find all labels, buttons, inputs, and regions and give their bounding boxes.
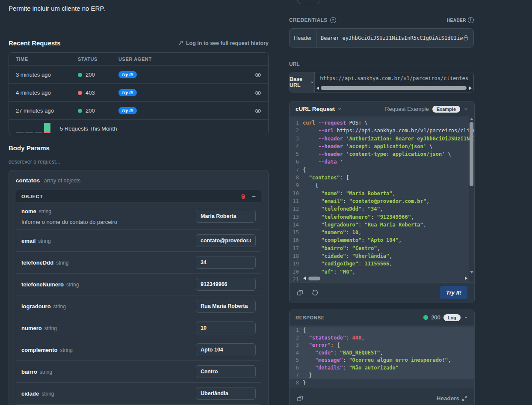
headers-link[interactable]: Headers bbox=[437, 395, 467, 402]
copy-icon[interactable] bbox=[296, 289, 304, 296]
trash-icon[interactable] bbox=[240, 194, 246, 200]
auth-token-input[interactable]: Bearer eyJhbGciOiJSUzI1NiIsInR5cCIgOiAiS… bbox=[316, 29, 463, 47]
code-token: "message" bbox=[315, 357, 343, 364]
key-icon bbox=[178, 40, 183, 46]
requests-summary-row: 5 Requests This Month bbox=[9, 119, 268, 135]
code-token: https://api.sankhya.com.br/v1/parceiros/… bbox=[337, 127, 474, 134]
code-token: "numero" bbox=[321, 229, 346, 236]
object-header: OBJECT − bbox=[16, 190, 261, 203]
line-number: 17 bbox=[290, 244, 299, 252]
code-token: } bbox=[303, 372, 312, 379]
line-number: 8 bbox=[290, 379, 299, 387]
eye-icon[interactable] bbox=[254, 89, 261, 96]
url-horizontal-scrollbar[interactable] bbox=[316, 85, 472, 91]
request-status: 200 bbox=[78, 107, 118, 114]
language-button-partial[interactable] bbox=[297, 0, 320, 4]
param-name: cidade bbox=[21, 390, 39, 397]
code-line: 5 "message": "Ocorreu algum erro inesper… bbox=[290, 357, 474, 364]
status-code: 200 bbox=[86, 71, 95, 78]
scroll-left-icon[interactable] bbox=[316, 86, 319, 90]
log-pill[interactable]: Log bbox=[443, 314, 461, 321]
try-it-button[interactable]: Try It! bbox=[440, 286, 467, 299]
collapse-icon[interactable]: − bbox=[252, 193, 256, 200]
credentials-label: CREDENTIALS ? bbox=[289, 17, 336, 23]
cidade-field[interactable] bbox=[196, 387, 256, 400]
nome-field[interactable] bbox=[196, 210, 256, 223]
numero-field[interactable] bbox=[196, 322, 256, 334]
code-line: 17 "bairro": "Centro", bbox=[290, 244, 474, 252]
request-agent: Try It! bbox=[118, 71, 268, 78]
scroll-left-icon[interactable] bbox=[303, 277, 306, 280]
param-name: numero bbox=[21, 325, 42, 331]
code-line: 7 } bbox=[290, 372, 474, 379]
param-description: Informe o nome do contato do parceiro bbox=[21, 219, 196, 225]
code-horizontal-scrollbar[interactable] bbox=[303, 276, 467, 281]
code-token: --header bbox=[318, 135, 346, 143]
scroll-up-icon bbox=[470, 118, 473, 120]
scroll-right-icon[interactable] bbox=[469, 86, 472, 90]
code-token: "Uberlândia" bbox=[352, 252, 390, 260]
code-token bbox=[303, 334, 309, 342]
curl-code-block: 1curl --request POST \2 --url https://ap… bbox=[290, 116, 474, 282]
bairro-field[interactable] bbox=[196, 365, 256, 378]
param-type: string bbox=[44, 325, 57, 331]
code-token: { bbox=[303, 166, 306, 174]
code-token: { bbox=[303, 182, 318, 189]
telefoneDdd-field[interactable] bbox=[196, 256, 256, 269]
object-label: OBJECT bbox=[21, 194, 43, 199]
copy-icon[interactable] bbox=[296, 395, 304, 402]
response-header: RESPONSE 200 Log bbox=[290, 310, 474, 325]
request-time: 4 minutes ago bbox=[9, 89, 78, 96]
request-time: 3 minutes ago bbox=[9, 71, 78, 78]
code-token: 10 bbox=[352, 229, 358, 236]
code-token bbox=[303, 244, 321, 252]
chevron-down-icon[interactable] bbox=[464, 315, 468, 320]
code-token: : bbox=[346, 244, 352, 252]
login-link[interactable]: Log in to see full request history bbox=[178, 40, 269, 46]
example-pill[interactable]: Example bbox=[432, 106, 460, 113]
code-token: "logradouro" bbox=[321, 221, 358, 229]
eye-icon[interactable] bbox=[254, 107, 261, 114]
code-token: 'Authorization: Bearer eyJhbGciOiJSUzI1N… bbox=[346, 135, 474, 143]
scrollbar-thumb[interactable] bbox=[308, 277, 320, 280]
line-number: 7 bbox=[290, 166, 299, 174]
code-token: "34" bbox=[368, 205, 380, 213]
logradouro-field[interactable] bbox=[196, 300, 256, 313]
code-token: --url bbox=[318, 127, 337, 134]
code-token: 400 bbox=[352, 334, 362, 342]
curl-request-dropdown[interactable]: cURL Request bbox=[296, 106, 342, 112]
request-agent: Try It! bbox=[118, 107, 268, 114]
line-number: 1 bbox=[290, 119, 299, 127]
complemento-field[interactable] bbox=[196, 343, 256, 356]
code-token: : bbox=[346, 334, 352, 342]
credentials-location: HEADER i bbox=[447, 17, 474, 23]
code-token: : bbox=[340, 190, 346, 197]
help-icon[interactable]: ? bbox=[330, 17, 336, 23]
body-params-title: Body Params bbox=[9, 144, 50, 152]
base-url-dropdown[interactable]: Base URL bbox=[290, 72, 315, 92]
email-field[interactable] bbox=[196, 234, 256, 247]
code-line: 14 "logradouro": "Rua Maria Roberta", bbox=[290, 221, 474, 229]
code-token: , bbox=[399, 236, 402, 244]
chevron-down-icon[interactable] bbox=[464, 107, 468, 111]
code-token: : bbox=[358, 260, 364, 268]
code-token: 'content-type: application/json' bbox=[346, 150, 445, 158]
code-token: , bbox=[448, 357, 451, 364]
code-vertical-scrollbar[interactable] bbox=[469, 116, 474, 282]
param-info: complementostring bbox=[21, 346, 196, 354]
code-line: 8} bbox=[290, 379, 474, 387]
param-name: complemento bbox=[21, 347, 58, 353]
param-label: complementostring bbox=[21, 346, 196, 354]
reset-icon[interactable] bbox=[311, 289, 319, 296]
param-info: telefoneDddstring bbox=[21, 259, 196, 266]
recent-requests-header: Recent Requests Log in to see full reque… bbox=[9, 39, 269, 47]
code-token: "contatos" bbox=[309, 174, 340, 182]
telefoneNumero-field[interactable] bbox=[196, 278, 256, 291]
url-value[interactable]: https://api.sankhya.com.br/v1/parceiros/… bbox=[315, 72, 473, 81]
scrollbar-thumb[interactable] bbox=[321, 86, 467, 90]
eye-icon[interactable] bbox=[254, 71, 261, 78]
code-token: "Apto 104" bbox=[368, 236, 399, 244]
code-line: 4 --header 'accept: application/json' \ bbox=[290, 143, 474, 150]
scroll-right-icon[interactable] bbox=[465, 277, 467, 280]
response-panel: RESPONSE 200 Log 1{2 "statusCode": 400,3… bbox=[289, 310, 475, 405]
